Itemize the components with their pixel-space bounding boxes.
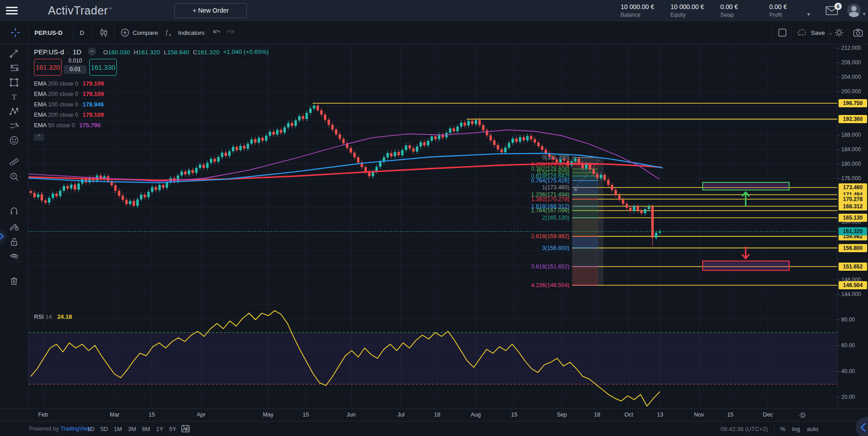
rsi-name: RSI <box>34 313 44 320</box>
powered-by: Powered by TradingView <box>29 426 92 432</box>
tool-drawing-mode-lock[interactable] <box>6 220 22 233</box>
compare-button[interactable]: Compare <box>121 21 158 44</box>
time-label: 15 <box>511 412 517 418</box>
stat-label: Equity <box>670 12 704 18</box>
tool-forecast[interactable] <box>6 119 22 133</box>
range-button-3m[interactable]: 3M <box>128 426 136 432</box>
range-button-1m[interactable]: 1M <box>114 426 122 432</box>
range-button-1d[interactable]: 1D <box>87 426 95 432</box>
indicator-legend-row[interactable]: EMA 200 close 0 179.109 <box>34 111 104 122</box>
legend-symbol[interactable]: PEP.US-d <box>34 48 64 56</box>
time-label: 18 <box>594 412 600 418</box>
redo-button[interactable] <box>225 21 235 44</box>
range-button-5y[interactable]: 5Y <box>169 426 176 432</box>
rsi-label: 40.00 <box>841 368 855 374</box>
current-price-tag: 161.320 <box>839 227 867 235</box>
range-button-5d[interactable]: 5D <box>101 426 108 432</box>
fib-label: 3(156.800) <box>542 245 569 251</box>
range-button-6m[interactable]: 6M <box>142 426 150 432</box>
indicator-legend-rows: EMA 200 close 0 179.109EMA 200 close 0 1… <box>34 80 104 132</box>
avatar-caret-icon[interactable]: ▼ <box>862 12 866 16</box>
stat-value: 0.00 € <box>720 3 753 10</box>
range-buttons: 1D5D1M3M6M1Y5YAll <box>87 426 189 432</box>
chart-settings-button[interactable] <box>834 21 844 44</box>
indicators-button[interactable]: fx Indicators <box>165 21 205 44</box>
account-stat-balance: 10 000.00 €Balance <box>621 3 654 18</box>
tool-trend-line[interactable] <box>6 47 22 60</box>
time-label: Nov <box>694 412 704 418</box>
rsi-label: 80.00 <box>841 316 855 323</box>
legend-collapse-button[interactable]: ^ <box>34 134 44 141</box>
price-alert-tag[interactable]: 146.504 <box>839 281 867 289</box>
hamburger-menu-icon[interactable] <box>6 7 18 14</box>
profit-caret-icon[interactable]: ▼ <box>806 12 811 17</box>
chart-toolbar: PEP.US-D D Compare fx Indicators <box>0 21 868 44</box>
price-alert-tag[interactable]: 192.360 <box>839 115 867 123</box>
interval-button[interactable]: D <box>80 21 84 44</box>
time-label: Oct <box>624 412 633 418</box>
crosshair-mode-button[interactable] <box>10 21 21 44</box>
fib-label: 2(165.130) <box>542 215 569 221</box>
price-alert-tag[interactable]: 168.312 <box>839 202 867 211</box>
legend-collapse-symbol-icon[interactable]: – <box>88 48 96 56</box>
legend-ohlc: O160.030H161.320L158.640C161.320 <box>103 48 223 56</box>
stat-label: Swap <box>720 12 753 18</box>
main-chart-canvas[interactable]: 0(181.790)0.236(179.824)0.382(178.608)0.… <box>29 44 837 408</box>
mail-badge: 6 <box>834 3 842 10</box>
price-alert-tag[interactable]: 196.750 <box>839 99 867 107</box>
undo-button[interactable] <box>212 21 222 44</box>
tool-zoom-in[interactable] <box>6 170 22 183</box>
scale-button-log[interactable]: log <box>792 426 800 432</box>
ohlc-L: L158.640 <box>164 49 189 56</box>
rsi-tick <box>838 320 840 320</box>
top-bar: ActivTrader™ + New Order 10 000.00 €Bala… <box>0 0 868 21</box>
indicator-legend-row[interactable]: EMA 50 close 0 175.790 <box>34 122 104 132</box>
price-alert-tag[interactable]: 156.800 <box>839 244 867 252</box>
scale-buttons: %logauto <box>780 426 818 432</box>
scale-button-%[interactable]: % <box>780 426 786 432</box>
price-label: 184.000 <box>841 146 861 153</box>
chart-style-button[interactable] <box>99 21 109 44</box>
stat-label: Profit <box>769 12 802 18</box>
left-panel-expander[interactable] <box>0 228 6 244</box>
indicator-legend-row[interactable]: EMA 200 close 0 179.109 <box>34 91 104 101</box>
indicator-legend-row[interactable]: EMA 200 close 0 179.109 <box>34 80 104 91</box>
time-label: 13 <box>657 412 663 418</box>
price-label: 176.000 <box>841 175 861 182</box>
avatar[interactable] <box>847 4 861 17</box>
save-button[interactable]: Save ⌄ <box>796 21 833 44</box>
time-label: 15 <box>149 412 155 418</box>
symbol-button[interactable]: PEP.US-D <box>34 21 63 44</box>
scale-button-auto[interactable]: auto <box>807 426 818 432</box>
range-button-1y[interactable]: 1Y <box>156 426 163 432</box>
price-axis[interactable]: 212.000208.000204.000200.000188.000184.0… <box>837 44 868 421</box>
price-alert-tag[interactable]: 165.130 <box>839 214 867 222</box>
price-alert-tag[interactable]: 151.652 <box>839 263 867 271</box>
sell-bid-button[interactable]: 161.320 <box>34 59 62 76</box>
price-label: 144.000 <box>841 291 861 297</box>
tool-fib-lines[interactable] <box>6 61 22 75</box>
tool-lock-all[interactable] <box>6 235 22 249</box>
time-axis-settings-icon[interactable] <box>798 411 807 422</box>
svg-text:x: x <box>169 33 171 37</box>
spread-pill: 0.01 <box>64 65 87 74</box>
go-to-date-button[interactable] <box>180 424 191 436</box>
tool-ruler[interactable] <box>6 153 22 167</box>
svg-text:f: f <box>166 29 169 36</box>
time-axis[interactable]: FebMar15AprMay15JunJul18Aug15Sep18Oct13N… <box>0 408 868 421</box>
tool-emoji[interactable] <box>6 134 22 147</box>
tool-text[interactable]: T <box>6 90 22 104</box>
buy-ask-button[interactable]: 161.330 <box>89 59 117 76</box>
snapshot-camera-button[interactable] <box>853 21 863 44</box>
pane-divider[interactable] <box>29 304 837 304</box>
new-order-button[interactable]: + New Order <box>174 3 247 18</box>
tool-remove-drawings[interactable] <box>6 274 22 287</box>
indicator-legend-row[interactable]: EMA 100 close 0 178.946 <box>34 101 104 111</box>
tool-shapes[interactable] <box>6 76 22 89</box>
right-panel-expander[interactable] <box>856 417 868 436</box>
tool-magnet[interactable] <box>6 205 22 219</box>
layout-button[interactable] <box>777 21 787 44</box>
tool-xabcd-pattern[interactable] <box>6 105 22 118</box>
time-label: Mar <box>110 412 120 418</box>
account-stat-profit: 0.00 €Profit <box>769 3 802 18</box>
